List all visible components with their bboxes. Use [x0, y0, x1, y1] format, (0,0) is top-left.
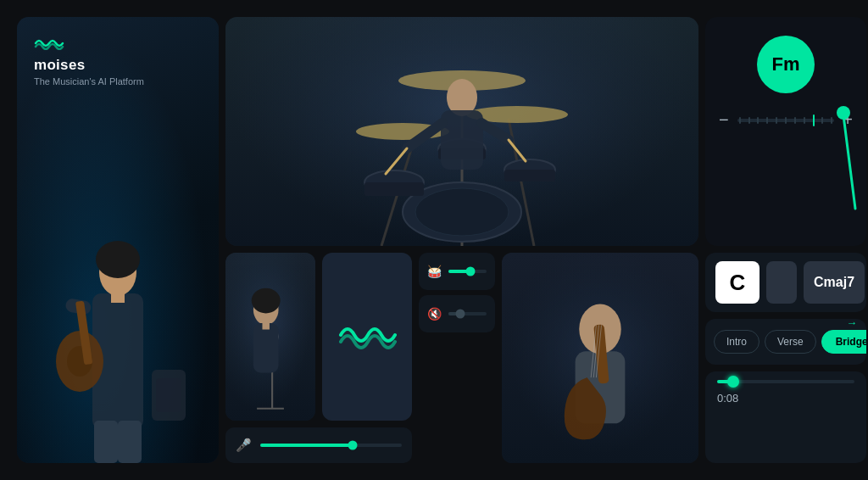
- svg-rect-5: [118, 421, 142, 463]
- section-bridge-wrapper: → Bridge: [821, 330, 866, 354]
- svg-point-20: [415, 188, 509, 236]
- svg-rect-24: [504, 170, 555, 181]
- chord-root-key: C: [715, 261, 760, 304]
- svg-point-40: [252, 288, 281, 314]
- guitarist-scene: [502, 253, 698, 463]
- mic-fill: [260, 444, 353, 447]
- svg-point-2: [96, 241, 140, 278]
- key-panel: Fm − +: [705, 17, 866, 246]
- left-hero-panel: moises The Musician's AI Platform: [17, 17, 219, 463]
- progress-panel: 0:08: [705, 371, 866, 463]
- svg-line-33: [843, 115, 855, 209]
- mic-thumb[interactable]: [348, 441, 357, 450]
- muted-slider-row: 🔇: [419, 295, 495, 332]
- drummer-panel: [225, 17, 698, 246]
- svg-rect-11: [156, 378, 181, 412]
- drummer-scene: [225, 17, 698, 246]
- mic-track[interactable]: [260, 444, 402, 447]
- svg-point-34: [837, 106, 850, 120]
- app-container: moises The Musician's AI Platform: [8, 8, 860, 472]
- drum-slider-row: 🥁: [419, 253, 495, 290]
- moises-wave-logo: [337, 318, 397, 355]
- sections-panel: Intro Verse → Bridge Chor...: [705, 319, 866, 365]
- logo-name: moises: [34, 57, 202, 74]
- muted-track[interactable]: [448, 312, 487, 315]
- svg-rect-4: [94, 421, 118, 463]
- chord-name: Cmaj7: [804, 261, 865, 304]
- singer-scene: [225, 253, 315, 421]
- drum-icon: 🥁: [427, 265, 442, 278]
- moises-logo-panel: [322, 253, 412, 421]
- pitch-dial: [820, 77, 866, 213]
- guitarist-panel: [502, 253, 698, 463]
- section-verse-btn[interactable]: Verse: [765, 330, 816, 354]
- progress-track[interactable]: [717, 380, 854, 383]
- drum-track[interactable]: [448, 270, 487, 273]
- drum-thumb[interactable]: [466, 267, 476, 276]
- section-bridge-btn[interactable]: Bridge: [821, 330, 866, 354]
- svg-rect-3: [111, 289, 125, 303]
- drum-sliders: 🥁 🔇: [419, 253, 495, 463]
- svg-rect-28: [441, 110, 483, 170]
- singer-panel: [225, 253, 315, 421]
- section-intro-btn[interactable]: Intro: [714, 330, 760, 354]
- mic-icon: 🎤: [236, 438, 252, 453]
- timestamp: 0:08: [717, 392, 854, 405]
- svg-rect-42: [262, 321, 269, 330]
- muted-thumb[interactable]: [455, 310, 465, 319]
- bridge-arrow: →: [846, 319, 857, 329]
- logo-area: moises The Musician's AI Platform: [17, 17, 219, 105]
- chord-panel: C Cmaj7: [705, 253, 866, 312]
- guitarist-silhouette: [42, 175, 194, 463]
- muted-icon: 🔇: [427, 307, 442, 321]
- logo-subtitle: The Musician's AI Platform: [34, 76, 202, 87]
- right-controls-panel: C Cmaj7 Intro Verse → Bridge Chor... 0:0…: [705, 253, 866, 463]
- key-badge: Fm: [757, 36, 815, 93]
- mic-slider-row: 🎤: [225, 427, 412, 463]
- key-minus-btn[interactable]: −: [719, 110, 729, 130]
- bottom-center-left: 🎤: [225, 253, 412, 463]
- mid-row: 🥁 🔇: [419, 253, 698, 463]
- chord-dark-key: [766, 261, 797, 304]
- svg-rect-41: [253, 323, 279, 372]
- svg-rect-22: [364, 182, 424, 196]
- progress-thumb[interactable]: [727, 376, 739, 388]
- bottom-center-right: 🥁 🔇: [419, 253, 698, 463]
- logo-icon: [34, 36, 202, 53]
